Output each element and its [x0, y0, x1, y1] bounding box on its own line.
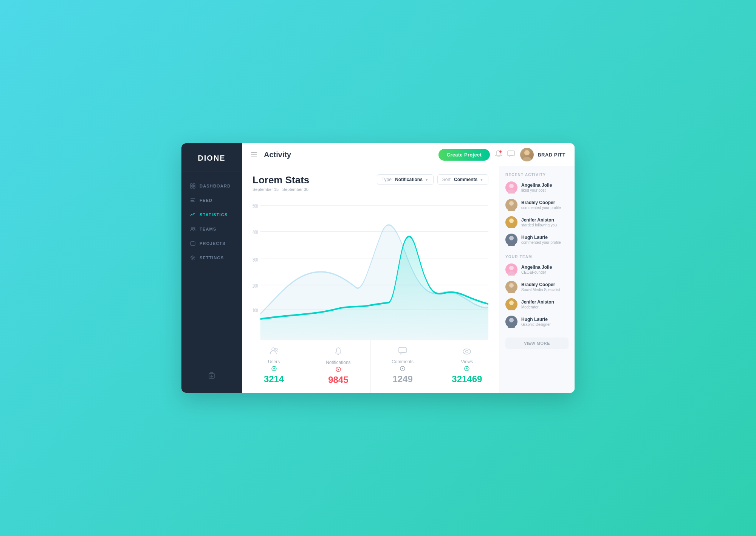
- chart-title-block: Lorem Stats September 15 - September 30: [253, 174, 309, 192]
- chart-wrap: 500 400 300 200 100: [242, 196, 499, 340]
- activity-desc-0: liked your post: [521, 188, 552, 192]
- activity-name-0: Angelina Jolie: [521, 183, 552, 189]
- activity-avatar-3: [505, 234, 517, 246]
- svg-rect-32: [399, 347, 406, 353]
- svg-point-42: [509, 218, 514, 223]
- recent-activity-list: Angelina Jolie liked your post Bradley C…: [505, 181, 569, 251]
- topbar-icons: [495, 150, 515, 160]
- main-area: Activity Create Project: [242, 143, 575, 393]
- chart-subtitle: September 15 - September 30: [253, 187, 309, 192]
- team-name-0: Angelina Jolie: [521, 265, 552, 271]
- sidebar-item-settings[interactable]: Settings: [181, 251, 242, 265]
- svg-point-46: [509, 266, 514, 270]
- activity-item-0: Angelina Jolie liked your post: [505, 181, 569, 194]
- sort-dropdown[interactable]: Sort: Comments ▼: [437, 174, 488, 185]
- page-title: Activity: [264, 150, 433, 159]
- notifications-icon: [335, 347, 342, 358]
- avatar: [520, 148, 534, 161]
- notifications-trend: [336, 367, 341, 373]
- activity-text-2: Jenifer Aniston starded following you: [521, 217, 557, 228]
- svg-rect-9: [191, 242, 195, 245]
- svg-rect-6: [191, 201, 195, 202]
- svg-rect-12: [251, 152, 257, 153]
- svg-rect-1: [193, 184, 195, 186]
- menu-icon[interactable]: [251, 151, 257, 158]
- activity-item-3: Hugh Laurie commented your profile: [505, 234, 569, 246]
- sidebar-item-projects-label: Projects: [200, 241, 226, 246]
- activity-desc-2: starded following you: [521, 223, 557, 227]
- team-item-0: Angelina Jolie CEO&Founder: [505, 263, 569, 276]
- team-avatar-3: [505, 316, 517, 328]
- team-text-2: Jenifer Aniston Moderator: [521, 299, 554, 310]
- notifications-button[interactable]: [495, 150, 502, 160]
- comments-icon: [398, 347, 407, 357]
- activity-name-3: Hugh Laurie: [521, 235, 561, 241]
- stats-row: Users 3214 Notificatio: [242, 340, 499, 393]
- svg-point-29: [275, 348, 277, 350]
- activity-avatar-0: [505, 181, 517, 194]
- stat-views: Views 321469: [435, 340, 499, 393]
- sidebar-item-dashboard[interactable]: Dashboard: [181, 179, 242, 193]
- chart-header: Lorem Stats September 15 - September 30 …: [242, 166, 499, 196]
- sidebar-item-statistics[interactable]: Statistics: [181, 208, 242, 222]
- sidebar-item-projects[interactable]: Projects: [181, 236, 242, 251]
- feed-icon: [190, 197, 196, 203]
- stat-comments: Comments 1249: [371, 340, 435, 393]
- type-dropdown[interactable]: Type: Notifications ▼: [377, 174, 434, 185]
- team-role-0: CEO&Founder: [521, 270, 552, 274]
- avatar-image: [520, 148, 534, 161]
- line-chart: 500 400 300 200 100: [253, 196, 488, 340]
- svg-point-39: [508, 189, 515, 194]
- team-role-2: Moderator: [521, 305, 554, 309]
- team-avatar-1: [505, 281, 517, 293]
- activity-text-1: Bradley Cooper commented your profile: [521, 200, 561, 210]
- comments-value: 1249: [392, 374, 412, 384]
- messages-button[interactable]: [507, 150, 515, 159]
- svg-point-49: [508, 289, 515, 293]
- share-icon[interactable]: [208, 372, 215, 381]
- type-label: Type:: [382, 177, 393, 182]
- create-project-button[interactable]: Create Project: [438, 149, 490, 161]
- team-role-3: Graphic Designer: [521, 322, 551, 327]
- svg-point-7: [191, 227, 193, 229]
- users-value: 3214: [264, 374, 284, 384]
- svg-point-36: [466, 350, 468, 353]
- sidebar-item-teams[interactable]: Teams: [181, 222, 242, 236]
- chart-controls: Type: Notifications ▼ Sort: Comments ▼: [377, 174, 488, 185]
- stat-users: Users 3214: [242, 340, 306, 393]
- view-more-button[interactable]: VIEW MORE: [505, 338, 569, 349]
- views-value: 321469: [452, 374, 482, 384]
- svg-point-48: [509, 283, 514, 288]
- settings-icon: [190, 255, 196, 261]
- app-window: DIONE Dashboard: [181, 143, 575, 393]
- comments-trend: [400, 366, 405, 372]
- svg-rect-4: [191, 198, 195, 199]
- svg-text:400: 400: [253, 229, 258, 235]
- chevron-down-icon: ▼: [425, 178, 429, 182]
- recent-activity-title: RECENT ACTIVITY: [505, 173, 569, 177]
- username: BRAD PITT: [538, 152, 565, 158]
- svg-point-44: [509, 236, 514, 240]
- stat-notifications: Notifications 9845: [306, 340, 370, 393]
- sidebar-nav: Dashboard Feed Statist: [181, 172, 242, 368]
- sidebar-item-settings-label: Settings: [200, 256, 224, 260]
- activity-text-3: Hugh Laurie commented your profile: [521, 235, 561, 245]
- views-icon: [463, 347, 471, 357]
- type-value: Notifications: [395, 177, 423, 182]
- views-trend: [464, 366, 469, 372]
- statistics-icon: [190, 212, 196, 218]
- activity-avatar-1: [505, 199, 517, 211]
- svg-rect-13: [251, 154, 257, 155]
- views-label: Views: [461, 359, 473, 364]
- sidebar-item-feed[interactable]: Feed: [181, 193, 242, 208]
- user-profile[interactable]: BRAD PITT: [520, 148, 565, 161]
- svg-point-52: [509, 318, 514, 322]
- svg-point-47: [508, 271, 515, 276]
- chevron-down-icon-2: ▼: [480, 178, 483, 182]
- svg-point-34: [402, 368, 403, 369]
- svg-text:300: 300: [253, 256, 258, 263]
- users-icon: [270, 347, 278, 357]
- team-item-3: Hugh Laurie Graphic Designer: [505, 316, 569, 328]
- svg-rect-5: [191, 200, 194, 201]
- svg-point-51: [508, 306, 515, 310]
